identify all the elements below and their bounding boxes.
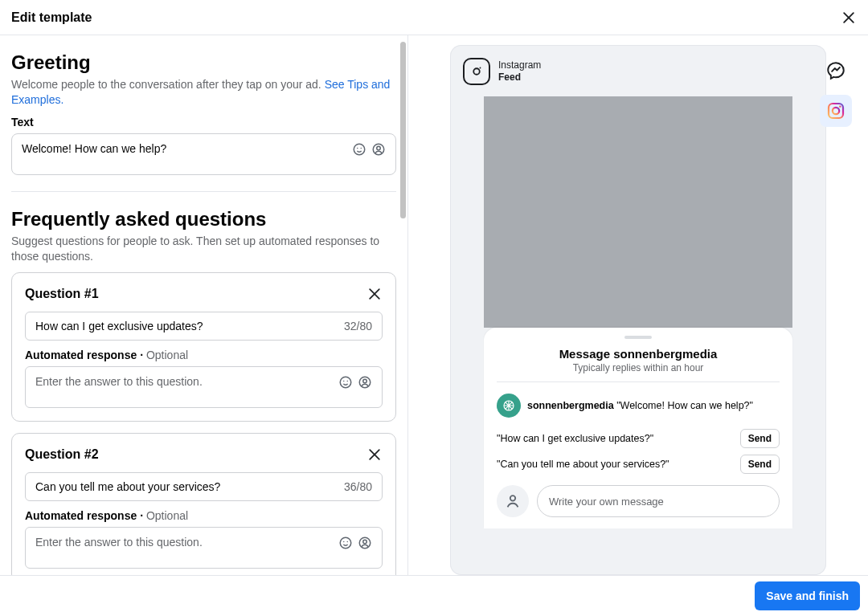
greeting-section-desc: Welcome people to the conversation after… [11,77,396,108]
svg-point-21 [473,68,480,75]
question-input[interactable]: How can I get exclusive updates? 32/80 [25,312,383,341]
messenger-channel-button[interactable] [820,55,852,87]
char-counter: 36/80 [344,480,372,493]
preview-title: Instagram Feed [498,59,541,84]
personalize-icon[interactable] [371,142,386,157]
preview-header: Instagram Feed [450,58,826,96]
preview-media-placeholder [484,96,792,328]
svg-point-6 [377,146,381,150]
svg-point-13 [363,379,367,383]
auto-response-placeholder: Enter the answer to this question. [35,536,338,549]
preview-panel: Instagram Feed Message sonnenbergmedia T… [408,35,868,575]
auto-response-placeholder: Enter the answer to this question. [35,375,338,388]
greeting-text-value: Welcome! How can we help? [22,142,352,155]
question-input[interactable]: Can you tell me about your services? 36/… [25,472,383,501]
greeting-desc-text: Welcome people to the conversation after… [11,78,325,91]
question-card: Question #1 How can I get exclusive upda… [11,272,396,422]
channel-rail [820,55,852,127]
compose-input[interactable]: Write your own message [537,485,780,517]
modal-body: Greeting Welcome people to the conversat… [0,35,868,575]
question-title: Question #2 [25,447,99,462]
form-panel-wrap: Greeting Welcome people to the conversat… [0,35,408,575]
question-title: Question #1 [25,287,99,301]
modal-title: Edit template [11,10,92,25]
question-value: Can you tell me about your services? [35,480,344,493]
preview-compose-row: Write your own message [497,485,780,517]
preview-bot-name: sonnenbergmedia [527,400,614,411]
close-icon[interactable] [841,10,857,26]
personalize-icon[interactable] [358,536,372,550]
svg-rect-25 [829,104,843,118]
preview-device: Instagram Feed Message sonnenbergmedia T… [450,45,826,575]
auto-response-input[interactable]: Enter the answer to this question. [25,527,383,569]
personalize-icon[interactable] [358,375,372,390]
svg-point-17 [343,541,345,542]
auto-response-input[interactable]: Enter the answer to this question. [25,366,383,408]
char-counter: 32/80 [344,320,372,332]
svg-point-27 [839,106,841,108]
instagram-channel-button[interactable] [820,95,852,127]
svg-point-9 [340,377,351,388]
emoji-icon[interactable] [352,142,366,157]
svg-point-11 [347,380,349,381]
emoji-icon[interactable] [338,375,353,390]
svg-point-16 [340,537,351,549]
svg-point-24 [510,496,515,500]
preview-question-text: "Can you tell me about your services?" [497,459,669,470]
compose-placeholder: Write your own message [549,496,664,508]
remove-question-icon[interactable] [366,286,383,302]
auto-response-label: Automated response · Optional [25,509,383,522]
send-button[interactable]: Send [740,455,780,474]
modal-header: Edit template [0,0,868,35]
modal-footer: Save and finish [0,575,868,616]
preview-message-sheet: Message sonnenbergmedia Typically replie… [484,328,792,528]
section-divider [11,191,396,192]
preview-question-row: "Can you tell me about your services?" S… [497,455,780,474]
instagram-icon [463,58,490,85]
svg-point-3 [357,148,358,149]
greeting-section-title: Greeting [11,51,396,74]
sheet-grabber [624,336,652,339]
svg-point-4 [361,148,362,149]
greeting-text-input[interactable]: Welcome! How can we help? [11,133,396,175]
svg-point-22 [480,67,481,69]
faq-section-desc: Suggest questions for people to ask. The… [11,234,396,264]
auto-response-label: Automated response · Optional [25,349,383,361]
preview-question-row: "How can I get exclusive updates?" Send [497,429,780,448]
question-value: How can I get exclusive updates? [35,320,344,332]
send-button[interactable]: Send [740,429,780,448]
preview-bot-message: sonnenbergmedia "Welcome! How can we hel… [497,394,780,418]
greeting-text-label: Text [11,116,396,129]
form-panel: Greeting Welcome people to the conversat… [0,35,407,575]
emoji-icon[interactable] [338,536,353,550]
svg-point-20 [363,540,367,544]
preview-question-text: "How can I get exclusive updates?" [497,433,653,444]
svg-point-10 [343,380,345,381]
remove-question-icon[interactable] [366,447,383,463]
preview-bot-text: "Welcome! How can we help?" [616,400,753,411]
faq-section-title: Frequently asked questions [11,208,396,230]
scrollbar[interactable] [400,42,406,218]
question-card: Question #2 Can you tell me about your s… [11,433,396,575]
user-icon [497,485,529,517]
preview-sheet-title: Message sonnenbergmedia [497,347,780,361]
svg-point-26 [833,108,839,114]
svg-point-18 [347,541,349,542]
save-and-finish-button[interactable]: Save and finish [755,581,860,610]
avatar [497,394,521,418]
svg-point-2 [354,144,365,155]
preview-sheet-subtitle: Typically replies within an hour [497,362,780,382]
